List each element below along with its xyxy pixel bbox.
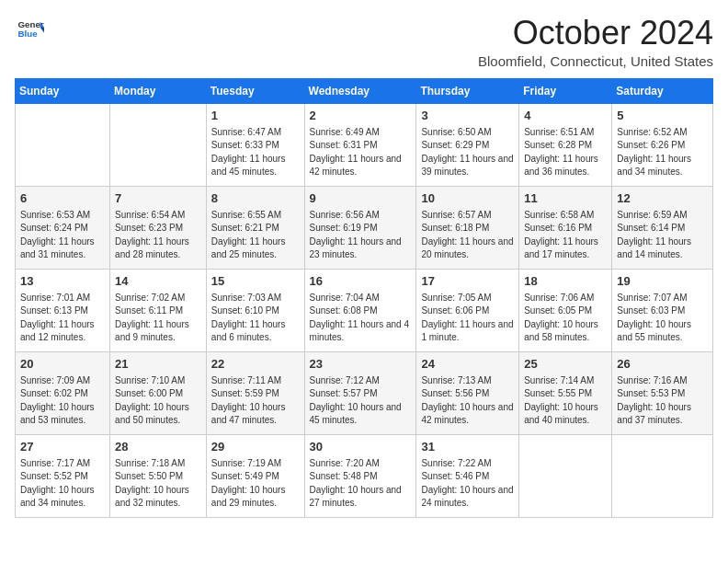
day-info: Sunrise: 7:06 AM Sunset: 6:05 PM Dayligh… [524,292,607,345]
calendar-table: Sunday Monday Tuesday Wednesday Thursday… [15,78,713,518]
day-info: Sunrise: 7:13 AM Sunset: 5:56 PM Dayligh… [421,374,514,428]
day-number: 31 [421,439,514,455]
day-number: 3 [421,108,514,124]
day-info: Sunrise: 7:22 AM Sunset: 5:46 PM Dayligh… [421,457,514,511]
calendar-cell: 21Sunrise: 7:10 AM Sunset: 6:00 PM Dayli… [110,351,207,434]
calendar-body: 1Sunrise: 6:47 AM Sunset: 6:33 PM Daylig… [16,103,713,517]
day-info: Sunrise: 6:49 AM Sunset: 6:31 PM Dayligh… [310,126,412,179]
calendar-cell: 10Sunrise: 6:57 AM Sunset: 6:18 PM Dayli… [416,186,519,269]
day-number: 10 [421,190,514,207]
day-info: Sunrise: 7:14 AM Sunset: 5:55 PM Dayligh… [524,374,607,428]
calendar-cell: 22Sunrise: 7:11 AM Sunset: 5:59 PM Dayli… [206,351,304,434]
day-info: Sunrise: 7:11 AM Sunset: 5:59 PM Dayligh… [211,374,300,428]
location: Bloomfield, Connecticut, United States [478,53,713,69]
calendar-cell [612,434,713,517]
col-sunday: Sunday [16,78,110,103]
day-info: Sunrise: 7:05 AM Sunset: 6:06 PM Dayligh… [421,292,514,345]
day-number: 26 [617,356,708,373]
day-info: Sunrise: 6:47 AM Sunset: 6:33 PM Dayligh… [211,126,300,179]
day-info: Sunrise: 7:20 AM Sunset: 5:48 PM Dayligh… [310,457,412,511]
calendar-cell: 8Sunrise: 6:55 AM Sunset: 6:21 PM Daylig… [206,186,304,269]
calendar-cell: 2Sunrise: 6:49 AM Sunset: 6:31 PM Daylig… [304,103,416,186]
day-info: Sunrise: 7:01 AM Sunset: 6:13 PM Dayligh… [20,292,105,345]
day-number: 12 [617,190,708,207]
day-info: Sunrise: 6:53 AM Sunset: 6:24 PM Dayligh… [20,209,105,262]
col-monday: Monday [110,78,207,103]
day-number: 16 [310,273,412,290]
month-title: October 2024 [478,15,713,52]
day-info: Sunrise: 7:09 AM Sunset: 6:02 PM Dayligh… [20,374,105,428]
day-info: Sunrise: 6:55 AM Sunset: 6:21 PM Dayligh… [211,209,300,262]
calendar-cell: 3Sunrise: 6:50 AM Sunset: 6:29 PM Daylig… [416,103,519,186]
calendar-cell: 30Sunrise: 7:20 AM Sunset: 5:48 PM Dayli… [304,434,416,517]
calendar-cell: 12Sunrise: 6:59 AM Sunset: 6:14 PM Dayli… [612,186,713,269]
day-number: 7 [115,190,201,207]
day-number: 17 [421,273,514,290]
calendar-cell [110,103,207,186]
calendar-header: Sunday Monday Tuesday Wednesday Thursday… [16,78,713,103]
day-number: 15 [211,273,300,290]
calendar-cell: 24Sunrise: 7:13 AM Sunset: 5:56 PM Dayli… [416,351,519,434]
day-info: Sunrise: 6:52 AM Sunset: 6:26 PM Dayligh… [617,126,708,179]
day-number: 14 [115,273,201,290]
header-row: Sunday Monday Tuesday Wednesday Thursday… [16,78,713,103]
day-number: 2 [310,108,412,124]
day-info: Sunrise: 6:59 AM Sunset: 6:14 PM Dayligh… [617,209,708,262]
day-number: 23 [310,356,412,373]
day-info: Sunrise: 6:51 AM Sunset: 6:28 PM Dayligh… [524,126,607,179]
day-info: Sunrise: 6:54 AM Sunset: 6:23 PM Dayligh… [115,209,201,262]
day-number: 30 [310,439,412,455]
day-info: Sunrise: 7:18 AM Sunset: 5:50 PM Dayligh… [115,457,201,511]
day-number: 21 [115,356,201,373]
day-info: Sunrise: 7:04 AM Sunset: 6:08 PM Dayligh… [310,292,412,345]
day-number: 1 [211,108,300,124]
day-number: 18 [524,273,607,290]
col-thursday: Thursday [416,78,519,103]
day-number: 27 [20,439,105,455]
day-number: 28 [115,439,201,455]
day-info: Sunrise: 6:56 AM Sunset: 6:19 PM Dayligh… [310,209,412,262]
calendar-cell: 14Sunrise: 7:02 AM Sunset: 6:11 PM Dayli… [110,269,207,351]
calendar-week-5: 27Sunrise: 7:17 AM Sunset: 5:52 PM Dayli… [16,434,713,517]
calendar-cell: 4Sunrise: 6:51 AM Sunset: 6:28 PM Daylig… [519,103,612,186]
col-wednesday: Wednesday [304,78,416,103]
calendar-cell: 31Sunrise: 7:22 AM Sunset: 5:46 PM Dayli… [416,434,519,517]
col-friday: Friday [519,78,612,103]
svg-text:Blue: Blue [18,29,39,39]
day-number: 5 [617,108,708,124]
title-block: October 2024 Bloomfield, Connecticut, Un… [478,15,713,69]
day-number: 25 [524,356,607,373]
calendar-cell: 6Sunrise: 6:53 AM Sunset: 6:24 PM Daylig… [16,186,110,269]
day-number: 8 [211,190,300,207]
calendar-cell: 25Sunrise: 7:14 AM Sunset: 5:55 PM Dayli… [519,351,612,434]
day-number: 6 [20,190,105,207]
page-header: General Blue October 2024 Bloomfield, Co… [15,15,713,69]
day-number: 9 [310,190,412,207]
page-container: General Blue October 2024 Bloomfield, Co… [0,0,728,525]
calendar-cell: 9Sunrise: 6:56 AM Sunset: 6:19 PM Daylig… [304,186,416,269]
day-info: Sunrise: 6:50 AM Sunset: 6:29 PM Dayligh… [421,126,514,179]
day-number: 11 [524,190,607,207]
day-number: 29 [211,439,300,455]
calendar-cell: 18Sunrise: 7:06 AM Sunset: 6:05 PM Dayli… [519,269,612,351]
calendar-cell: 28Sunrise: 7:18 AM Sunset: 5:50 PM Dayli… [110,434,207,517]
calendar-week-2: 6Sunrise: 6:53 AM Sunset: 6:24 PM Daylig… [16,186,713,269]
day-number: 19 [617,273,708,290]
day-number: 24 [421,356,514,373]
day-info: Sunrise: 7:12 AM Sunset: 5:57 PM Dayligh… [310,374,412,428]
calendar-cell: 7Sunrise: 6:54 AM Sunset: 6:23 PM Daylig… [110,186,207,269]
calendar-week-3: 13Sunrise: 7:01 AM Sunset: 6:13 PM Dayli… [16,269,713,351]
day-number: 20 [20,356,105,373]
day-info: Sunrise: 7:19 AM Sunset: 5:49 PM Dayligh… [211,457,300,511]
day-info: Sunrise: 7:17 AM Sunset: 5:52 PM Dayligh… [20,457,105,511]
calendar-cell: 27Sunrise: 7:17 AM Sunset: 5:52 PM Dayli… [16,434,110,517]
day-number: 22 [211,356,300,373]
calendar-cell: 11Sunrise: 6:58 AM Sunset: 6:16 PM Dayli… [519,186,612,269]
day-number: 13 [20,273,105,290]
calendar-cell: 29Sunrise: 7:19 AM Sunset: 5:49 PM Dayli… [206,434,304,517]
calendar-cell: 19Sunrise: 7:07 AM Sunset: 6:03 PM Dayli… [612,269,713,351]
calendar-cell [519,434,612,517]
day-info: Sunrise: 7:10 AM Sunset: 6:00 PM Dayligh… [115,374,201,428]
calendar-cell: 20Sunrise: 7:09 AM Sunset: 6:02 PM Dayli… [16,351,110,434]
col-saturday: Saturday [612,78,713,103]
